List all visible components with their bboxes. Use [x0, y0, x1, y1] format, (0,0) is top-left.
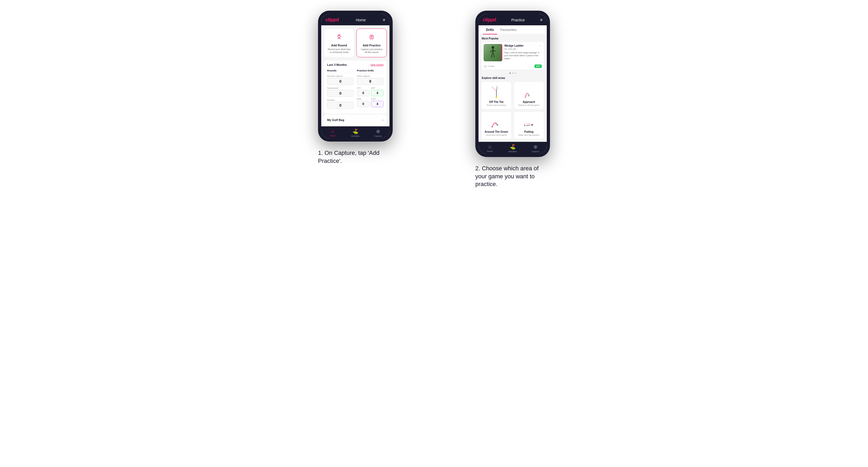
- svg-point-9: [525, 97, 526, 98]
- pagination-dots: [478, 71, 547, 75]
- svg-point-15: [496, 123, 496, 124]
- stats-section: Last 3 Months View Activity Rounds Round…: [324, 61, 387, 114]
- featured-card-inner: Wedge Ladder ☆ 50–100 yds Play 1 shot at…: [482, 42, 544, 63]
- home2-icon: ⌂: [488, 144, 491, 150]
- ott-label: OTT: [357, 87, 370, 89]
- dot-2: [512, 72, 514, 74]
- phone1-menu-icon[interactable]: ≡: [383, 18, 385, 22]
- putt-value: 4: [371, 101, 383, 107]
- add-round-card[interactable]: Add Round Record your shots fast or enha…: [324, 29, 354, 57]
- skill-card-atg[interactable]: Around The Green Hone your short game: [481, 112, 512, 139]
- quick-actions: Add Round Record your shots fast or enha…: [321, 25, 390, 59]
- arg-value: 0: [357, 101, 370, 107]
- ott-name: Off The Tee: [489, 100, 503, 103]
- ott-desc: Power and accuracy: [487, 104, 506, 106]
- putt-name: Putting: [524, 130, 533, 133]
- sub-stats-row1: OTT 0 APP 4: [357, 87, 383, 96]
- phone2-logo: clippd: [483, 17, 496, 23]
- star-icon[interactable]: ☆: [539, 44, 542, 48]
- capture2-icon: ⊕: [533, 144, 537, 150]
- phone2: clippd Practice ≡ Drills Favourites Most…: [475, 11, 550, 157]
- featured-drill-card[interactable]: Wedge Ladder ☆ 50–100 yds Play 1 shot at…: [481, 41, 544, 70]
- putt-visual: [522, 115, 536, 129]
- atg-desc: Hone your short game: [486, 134, 507, 136]
- activities2-icon: ⛳: [510, 144, 516, 150]
- skill-grid: Off The Tee Power and accuracy: [478, 82, 547, 142]
- svg-point-3: [492, 46, 494, 49]
- svg-point-10: [526, 97, 527, 98]
- putt-item: PUTT 4: [371, 98, 383, 107]
- svg-point-13: [492, 126, 493, 127]
- phone1-title: Home: [356, 18, 366, 22]
- approach-desc: Dial-in to hit the green: [519, 104, 539, 106]
- arg-label: ARG: [357, 98, 370, 100]
- app-label: APP: [371, 87, 383, 89]
- drills-capture-value: 8: [357, 78, 383, 85]
- drill-image: [484, 44, 502, 61]
- putt-label: PUTT: [371, 98, 383, 100]
- sub-stats-row2: ARG 0 PUTT 4: [357, 98, 383, 107]
- dot-1: [509, 72, 511, 74]
- nav2-activities-label: Activities: [508, 150, 517, 153]
- phone2-header: clippd Practice ≡: [478, 14, 547, 25]
- tab-favourites[interactable]: Favourites: [497, 25, 520, 34]
- add-practice-card[interactable]: Add Practice Capture your practice off-t…: [356, 29, 387, 57]
- nav2-home[interactable]: ⌂ Home: [478, 144, 501, 153]
- most-popular-title: Most Popular: [478, 34, 547, 41]
- skill-card-ott[interactable]: Off The Tee Power and accuracy: [481, 82, 512, 109]
- chevron-right-icon: ›: [382, 118, 383, 122]
- nav-activities[interactable]: ⛳ Activities: [344, 128, 367, 137]
- view-activity-link[interactable]: View Activity: [370, 63, 383, 66]
- golf-bag-row[interactable]: My Golf Bag ›: [324, 115, 387, 125]
- nav2-home-label: Home: [487, 150, 493, 153]
- nav-home-label: Home: [330, 135, 335, 137]
- skill-card-approach[interactable]: Approach Dial-in to hit the green: [514, 82, 544, 109]
- shots-info: 🕐 9 shots: [484, 65, 495, 68]
- phone2-title: Practice: [511, 18, 525, 22]
- rounds-capture-item: Rounds Capture 0: [327, 75, 354, 85]
- ott-value: 0: [357, 90, 370, 96]
- svg-point-4: [496, 96, 497, 98]
- putt-desc: Make and lag practice: [519, 134, 539, 136]
- shots-label: 9 shots: [488, 65, 495, 67]
- nav-activities-label: Activities: [351, 135, 360, 137]
- capture-icon: ⊕: [376, 128, 380, 134]
- tab-drills[interactable]: Drills: [483, 25, 497, 34]
- app-badge: APP: [534, 64, 542, 68]
- page-container: clippd Home ≡: [287, 11, 581, 188]
- rounds-col: Rounds Rounds Capture 0 Tournament 0 Pra…: [327, 69, 354, 111]
- add-round-title: Add Round: [331, 44, 347, 47]
- practice-label: Practice: [327, 99, 354, 101]
- dot-3: [515, 72, 516, 74]
- add-round-desc: Record your shots fast or enhanced mode: [327, 48, 351, 54]
- featured-card-footer: 🕐 9 shots APP: [482, 63, 544, 69]
- rounds-col-title: Rounds: [327, 69, 354, 73]
- add-practice-title: Add Practice: [363, 44, 380, 47]
- nav-home[interactable]: ⌂ Home: [321, 128, 344, 137]
- phone2-menu-icon[interactable]: ≡: [540, 18, 542, 22]
- stats-period: Last 3 Months: [327, 63, 347, 66]
- nav2-activities[interactable]: ⛳ Activities: [501, 144, 524, 153]
- phone2-screen: clippd Practice ≡ Drills Favourites Most…: [478, 14, 547, 154]
- practice-value: 0: [327, 102, 354, 109]
- practice-col-title: Practice Drills: [357, 69, 383, 73]
- nav2-capture[interactable]: ⊕ Capture: [524, 144, 547, 153]
- phone1-logo: clippd: [326, 17, 339, 23]
- svg-point-18: [525, 126, 527, 127]
- explore-title: Explore skill areas: [478, 75, 547, 82]
- red-accent-bar: [501, 44, 502, 61]
- phone1-screen: clippd Home ≡: [321, 14, 390, 138]
- caption2: 2. Choose which area of your game you wa…: [475, 164, 550, 188]
- practice-item: Practice 0: [327, 99, 354, 109]
- skill-card-putt[interactable]: Putting Make and lag practice: [514, 112, 544, 139]
- drill-image-bg: [484, 44, 502, 61]
- phone1-bottom-nav: ⌂ Home ⛳ Activities ⊕ Capture: [321, 126, 390, 138]
- drill-name: Wedge Ladder: [504, 44, 524, 47]
- nav-capture[interactable]: ⊕ Capture: [367, 128, 390, 137]
- phone1-header: clippd Home ≡: [321, 14, 390, 25]
- phone1-section: clippd Home ≡: [287, 11, 423, 165]
- tournament-value: 0: [327, 90, 354, 97]
- drill-desc: Play 1 shot at each target yardage. If y…: [504, 52, 542, 60]
- home-icon: ⌂: [331, 128, 334, 134]
- phone2-section: clippd Practice ≡ Drills Favourites Most…: [445, 11, 581, 188]
